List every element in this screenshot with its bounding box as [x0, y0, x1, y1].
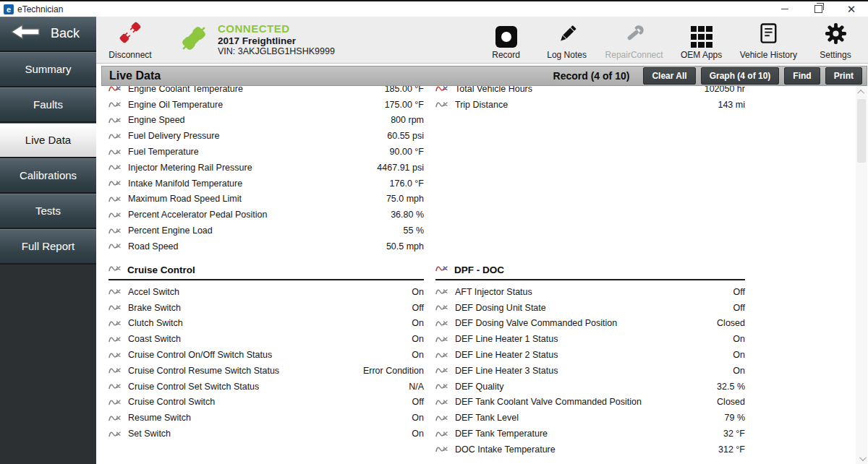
vertical-scrollbar[interactable] [856, 86, 867, 464]
live-data-row[interactable]: DEF Dosing Valve Commanded PositionClose… [435, 316, 745, 332]
live-data-row[interactable]: Fuel Temperature90.00 °F [109, 144, 424, 160]
find-button[interactable]: Find [784, 67, 820, 85]
graph-wave-icon[interactable] [109, 226, 122, 236]
live-data-row[interactable]: Trip Distance143 mi [435, 97, 745, 113]
live-data-row[interactable]: Total Vehicle Hours102050 hr [435, 86, 745, 97]
live-data-row[interactable]: Brake SwitchOff [109, 300, 424, 316]
live-data-row[interactable]: Set SwitchOn [109, 426, 424, 442]
clear-all-button[interactable]: Clear All [643, 67, 695, 85]
log-notes-button[interactable]: Log Notes [545, 20, 590, 60]
sidebar-item-live-data[interactable]: Live Data [0, 123, 96, 158]
graph-wave-icon[interactable] [109, 86, 122, 93]
live-data-row[interactable]: DEF Tank Temperature32 °F [435, 426, 745, 442]
live-data-row[interactable]: DEF Line Heater 3 StatusOn [435, 363, 745, 379]
param-label: Total Vehicle Hours [455, 86, 705, 94]
graph-wave-icon[interactable] [109, 413, 122, 423]
graph-wave-icon[interactable] [435, 429, 448, 439]
live-data-row[interactable]: Clutch SwitchOn [109, 316, 424, 332]
live-data-row[interactable]: Fuel Delivery Pressure60.55 psi [109, 128, 424, 144]
settings-button[interactable]: Settings [813, 20, 858, 60]
param-label: DEF Dosing Valve Commanded Position [455, 318, 717, 328]
live-data-row[interactable]: Intake Manifold Temperature176.0 °F [109, 176, 424, 192]
live-data-row[interactable]: DEF Quality32.5 % [435, 379, 745, 395]
live-data-row[interactable]: Road Speed50.5 mph [109, 239, 424, 254]
live-data-row[interactable]: DOC Intake Temperature312 °F [435, 442, 745, 457]
repairconnect-button[interactable]: RepairConnect [605, 20, 663, 60]
live-data-row[interactable]: Cruise Control SwitchOff [109, 395, 424, 411]
graph-wave-icon[interactable] [109, 398, 122, 407]
graph-wave-icon[interactable] [435, 287, 448, 296]
graph-wave-icon[interactable] [435, 444, 448, 454]
live-data-row[interactable]: Engine Coolant Temperature185.00 °F [109, 86, 424, 97]
graph-wave-icon[interactable] [109, 210, 122, 220]
vehicle-history-button[interactable]: Vehicle History [740, 20, 797, 60]
graph-wave-icon[interactable] [435, 398, 448, 407]
disconnect-button[interactable]: Disconnect [108, 20, 153, 60]
live-data-row[interactable]: Resume SwitchOn [109, 410, 424, 426]
graph-wave-icon[interactable] [109, 319, 122, 328]
app-logo-icon: e [4, 4, 14, 14]
graph-wave-icon[interactable] [435, 335, 448, 344]
graph-wave-icon[interactable] [109, 132, 122, 141]
graph-wave-icon[interactable] [109, 116, 122, 125]
live-data-row[interactable]: AFT Injector StatusOff [435, 284, 745, 300]
graph-wave-icon[interactable] [109, 241, 122, 251]
sidebar-item-full-report[interactable]: Full Report [0, 229, 96, 265]
graph-wave-icon[interactable] [109, 287, 122, 296]
live-data-row[interactable]: Accel SwitchOn [109, 284, 424, 300]
live-data-row[interactable]: DEF Dosing Unit StateOff [435, 300, 745, 316]
param-value: 79 % [725, 413, 746, 423]
record-button[interactable]: Record [484, 20, 529, 60]
live-data-row[interactable]: Engine Speed800 rpm [109, 113, 424, 129]
graph-wave-icon[interactable] [435, 413, 448, 423]
graph-wave-icon[interactable] [109, 194, 122, 204]
scroll-down-icon[interactable] [856, 452, 867, 464]
graph-wave-icon[interactable] [435, 366, 448, 375]
sidebar-item-tests[interactable]: Tests [0, 194, 96, 229]
graph-wave-icon[interactable] [435, 319, 448, 328]
graph-wave-icon[interactable] [435, 382, 448, 391]
sidebar-item-calibrations[interactable]: Calibrations [0, 158, 96, 194]
sidebar-item-faults[interactable]: Faults [0, 87, 96, 123]
live-data-row[interactable]: Engine Oil Temperature175.00 °F [109, 97, 424, 113]
live-data-row[interactable]: DEF Line Heater 2 StatusOn [435, 347, 745, 363]
print-button[interactable]: Print [825, 67, 862, 85]
back-button[interactable]: Back [0, 17, 96, 52]
graph-wave-icon[interactable] [109, 163, 122, 172]
scroll-up-icon[interactable] [856, 86, 867, 98]
live-data-row[interactable]: Injector Metering Rail Pressure4467.91 p… [109, 160, 424, 176]
graph-wave-icon[interactable] [435, 351, 448, 360]
minimize-button[interactable] [768, 1, 801, 17]
graph-wave-icon[interactable] [435, 100, 448, 109]
graph-wave-icon[interactable] [109, 429, 122, 439]
record-icon [495, 26, 517, 48]
scrollbar-thumb[interactable] [857, 99, 866, 163]
live-data-row[interactable]: DEF Tank Level79 % [435, 410, 745, 426]
graph-wave-icon[interactable] [109, 366, 122, 375]
close-button[interactable]: ✕ [835, 1, 868, 17]
live-data-row[interactable]: Cruise Control Resume Switch StatusError… [109, 363, 424, 379]
live-data-row[interactable]: Cruise Control On/Off Switch StatusOn [109, 347, 424, 363]
section-header-cruise-control[interactable]: Cruise Control [109, 264, 424, 280]
graph-wave-icon[interactable] [109, 335, 122, 344]
live-data-row[interactable]: Coast SwitchOn [109, 331, 424, 347]
live-data-row[interactable]: Maximum Road Speed Limit75.0 mph [109, 192, 424, 207]
live-data-row[interactable]: DEF Tank Coolant Valve Commanded Positio… [435, 395, 745, 411]
live-data-row[interactable]: Percent Engine Load55 % [109, 223, 424, 239]
graph-wave-icon[interactable] [435, 86, 448, 93]
graph-wave-icon[interactable] [109, 100, 122, 109]
sidebar-item-summary[interactable]: Summary [0, 52, 96, 87]
live-data-row[interactable]: Cruise Control Set Switch StatusN/A [109, 379, 424, 395]
graph-wave-icon[interactable] [109, 179, 122, 188]
graph-wave-icon[interactable] [109, 351, 122, 360]
graph-wave-icon[interactable] [435, 303, 448, 312]
graph-wave-icon[interactable] [109, 382, 122, 391]
oem-apps-button[interactable]: OEM Apps [679, 20, 724, 60]
live-data-row[interactable]: DEF Line Heater 1 StatusOn [435, 331, 745, 347]
restore-button[interactable] [801, 1, 835, 17]
graph-button[interactable]: Graph (4 of 10) [701, 67, 780, 85]
graph-wave-icon[interactable] [109, 303, 122, 312]
live-data-row[interactable]: Percent Accelerator Pedal Position36.80 … [109, 207, 424, 223]
section-header-dpf-doc[interactable]: DPF - DOC [435, 264, 745, 280]
graph-wave-icon[interactable] [109, 147, 122, 157]
